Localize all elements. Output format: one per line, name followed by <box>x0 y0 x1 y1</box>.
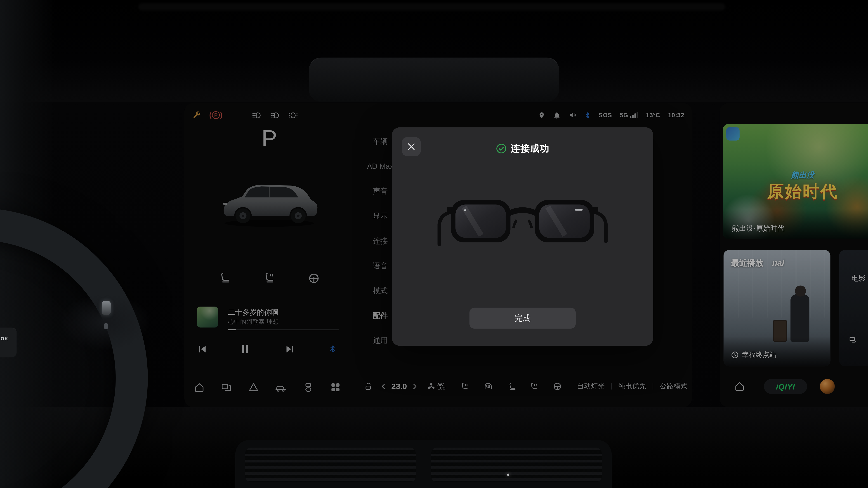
smart-glasses-image <box>437 185 608 261</box>
cabin-photo: OK (P) <box>0 0 868 488</box>
passenger-display: 熊出没 原始时代 熊出没·原始时代 最近播放 nal 幸福终点站 电影 电 <box>720 103 868 408</box>
dialog-title: 连接成功 <box>510 142 549 155</box>
roofline-highlight <box>138 3 725 11</box>
passenger-dim-scrim <box>720 103 868 408</box>
dash-speaker-grille <box>309 58 559 102</box>
dialog-header: 连接成功 <box>392 142 653 155</box>
center-display: (P) <box>184 103 692 408</box>
steering-roller-knob <box>102 301 111 315</box>
air-vent-left <box>245 448 416 482</box>
air-vent-right <box>431 448 602 482</box>
ok-button-label: OK <box>0 336 13 341</box>
steering-roller-light <box>104 323 108 329</box>
vent-light-dot <box>507 474 509 476</box>
stage: OK (P) <box>0 0 868 488</box>
done-button[interactable]: 完成 <box>469 308 576 329</box>
connection-success-dialog: 连接成功 <box>392 127 653 346</box>
center-air-vent-panel <box>235 440 612 488</box>
steering-button-cluster: OK <box>0 328 17 357</box>
success-check-icon <box>496 143 506 154</box>
